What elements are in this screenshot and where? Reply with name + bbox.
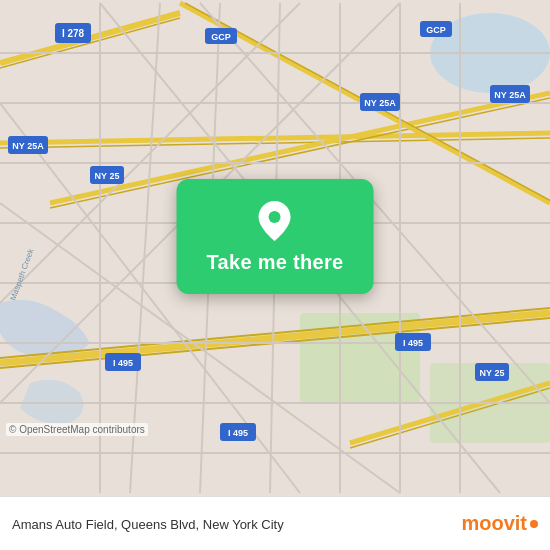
button-overlay: Take me there: [177, 179, 374, 294]
svg-text:NY 25A: NY 25A: [494, 90, 526, 100]
svg-text:NY 25: NY 25: [95, 171, 120, 181]
copyright-text: © OpenStreetMap contributors: [6, 423, 148, 436]
location-name: Amans Auto Field, Queens Blvd, New York …: [12, 517, 284, 532]
svg-text:GCP: GCP: [211, 32, 231, 42]
moovit-logo: moovit: [461, 512, 538, 535]
app-container: I 278 GCP GCP NY 25A NY 25A NY 25A NY 25…: [0, 0, 550, 550]
bottom-bar: Amans Auto Field, Queens Blvd, New York …: [0, 496, 550, 550]
svg-text:I 495: I 495: [403, 338, 423, 348]
location-pin-icon: [253, 199, 297, 243]
take-me-there-card[interactable]: Take me there: [177, 179, 374, 294]
svg-text:NY 25: NY 25: [480, 368, 505, 378]
moovit-text: moovit: [461, 512, 527, 535]
svg-text:GCP: GCP: [426, 25, 446, 35]
svg-text:I 278: I 278: [62, 28, 85, 39]
svg-text:NY 25A: NY 25A: [364, 98, 396, 108]
svg-text:NY 25A: NY 25A: [12, 141, 44, 151]
moovit-dot-icon: [530, 520, 538, 528]
map-area: I 278 GCP GCP NY 25A NY 25A NY 25A NY 25…: [0, 0, 550, 496]
svg-text:I 495: I 495: [228, 428, 248, 438]
location-info: Amans Auto Field, Queens Blvd, New York …: [12, 515, 461, 533]
svg-point-27: [269, 211, 281, 223]
svg-text:I 495: I 495: [113, 358, 133, 368]
take-me-there-button[interactable]: Take me there: [207, 251, 344, 274]
